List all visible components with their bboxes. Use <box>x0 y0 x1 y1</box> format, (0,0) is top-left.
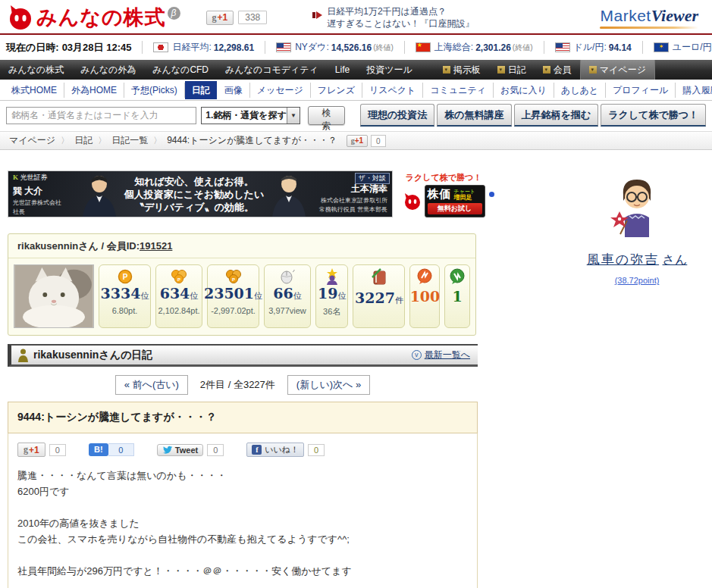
tweet-button[interactable]: Tweet <box>157 444 203 456</box>
market-quote[interactable]: 日経平均: 12,298.61 <box>142 41 254 54</box>
diary-section-header: rikakusenninさんの日記 v 最新一覧へ <box>8 344 478 367</box>
rank-card-trackbacks[interactable]: 1 <box>444 264 470 328</box>
market-quote[interactable]: ドル/円: 94.14 <box>544 41 632 54</box>
rank-sub: 2,102.84pt. <box>158 306 199 315</box>
user-avatar[interactable] <box>610 177 664 237</box>
sub-nav-item[interactable]: 予想(Picks) <box>124 83 185 98</box>
rank-value: 66 <box>273 285 293 302</box>
rank-unit: 位 <box>140 291 149 301</box>
sub-nav-item[interactable]: コミュニティ <box>423 83 494 98</box>
sub-nav-item[interactable]: リスペクト <box>362 83 423 98</box>
main-nav-item[interactable]: みんなのコモディティ <box>217 60 327 80</box>
beta-badge: β <box>168 7 180 20</box>
main-nav-item[interactable]: 投資ツール <box>358 60 421 80</box>
prev-entry-button[interactable]: « 前へ(古い) <box>115 375 188 395</box>
person-star-icon <box>325 268 340 285</box>
promo-button[interactable]: 理想の投資法 <box>360 104 434 127</box>
flag-eu-icon <box>654 42 669 52</box>
sub-nav-item[interactable]: あしあと <box>554 83 606 98</box>
promo-button[interactable]: ラクして株で勝つ！ <box>601 104 706 127</box>
news-arrow-icon <box>316 11 322 19</box>
breadcrumb-item[interactable]: マイページ <box>9 134 55 147</box>
breadcrumb-separator: 〉 <box>98 135 106 146</box>
breadcrumb-separator: 〉 <box>153 135 162 146</box>
rank-card-comments[interactable]: 100 <box>409 264 440 328</box>
post-plusone-button[interactable]: g+1 <box>17 443 45 457</box>
side-ad[interactable]: ラクして株で勝つ！ 株価 チャート 増田足 <box>399 170 488 217</box>
post-body-line: 2010年の高値を抜きました <box>17 515 468 531</box>
rank-card-points[interactable]: P 634位 2,102.84pt. <box>155 264 202 328</box>
breadcrumb-item[interactable]: 日記一覧 <box>111 134 148 147</box>
post-body-line: 社員年間給与が296万円ですと！・・・・＠＠・・・・・安く働かせてます <box>17 563 468 579</box>
quote-note: (終値) <box>373 42 394 53</box>
diary-pagination: « 前へ(古い) 2件目 / 全3227件 (新しい)次へ » <box>8 375 478 395</box>
member-owner-label: rikakusenninさん / 会員ID: <box>17 240 140 252</box>
free-trial-button[interactable]: 無料お試し <box>428 203 482 214</box>
breadcrumb-item[interactable]: 日記 <box>74 134 93 147</box>
market-quote[interactable]: ユーロ/円: 120.29 <box>642 41 712 54</box>
sub-nav-item[interactable]: メッセージ <box>250 83 311 98</box>
facebook-like-button[interactable]: f いいね！ <box>246 443 304 457</box>
main-nav-item-kaiin[interactable]: 会員 <box>535 60 580 80</box>
circle-v-icon: v <box>412 350 422 360</box>
search-bar: 1.銘柄・通貨を探す ▼ 検 索 理想の投資法 株の無料講座 上昇銘柄を掴む ラ… <box>0 101 712 130</box>
main-nav-item[interactable]: みんなの外為 <box>72 60 144 80</box>
ad-left-person-title: 社長 <box>13 208 78 216</box>
quote-value: 12,298.61 <box>214 42 254 53</box>
rank-value: 3227 <box>355 289 395 306</box>
search-type-select[interactable]: 1.銘柄・通貨を探す ▼ <box>201 107 300 124</box>
plusone-label: +1 <box>355 136 363 145</box>
site-header: みんなの株式 β g+1 338 日経平均1万2千円は通過点？ 遅すぎることはな… <box>0 0 712 35</box>
marketviewer-logo[interactable]: MarketViewer <box>600 6 704 29</box>
market-quote[interactable]: 上海総合: 2,301.26 (終値) <box>404 41 533 54</box>
member-avatar-photo[interactable] <box>14 264 94 328</box>
promo-button[interactable]: 上昇銘柄を掴む <box>514 104 599 127</box>
hatena-bookmark-button[interactable]: B! <box>89 443 108 456</box>
search-type-value: 1.銘柄・通貨を探す <box>202 109 287 122</box>
member-id-link[interactable]: 191521 <box>140 240 172 252</box>
profile-owner-suffix-link[interactable]: さん <box>663 252 688 268</box>
market-quote[interactable]: NYダウ: 14,526.16 (終値) <box>265 41 394 54</box>
rank-value: 3334 <box>101 285 141 302</box>
sub-nav-item[interactable]: お気に入り <box>494 83 554 98</box>
sub-nav-item[interactable]: フレンズ <box>311 83 362 98</box>
rank-card-views[interactable]: 66位 3,977view <box>264 264 311 328</box>
main-nav-item[interactable]: Life <box>327 60 358 80</box>
main-nav-item[interactable]: みんなの株式 <box>0 60 72 80</box>
rank-card-respect[interactable]: 19位 36名 <box>315 264 348 328</box>
content-area: 風車の弥吉 さん (38.72point) K 光世証券 巽 大介 光世証券株式… <box>0 170 712 588</box>
plusone-button[interactable]: g+1 <box>206 11 234 25</box>
rank-card-diaries[interactable]: 3227件 <box>353 264 405 328</box>
main-nav-item-keijiban[interactable]: 掲示板 <box>434 60 489 80</box>
sub-nav-item[interactable]: 画像 <box>218 83 250 98</box>
next-entry-button[interactable]: (新しい)次へ » <box>287 375 370 395</box>
sub-nav-item[interactable]: 購入履歴 <box>676 83 712 98</box>
sub-nav-item[interactable]: 株式HOME <box>5 83 64 98</box>
post-title: 9444:トーシンが騰進してますが・・・？ <box>8 402 478 433</box>
site-logo[interactable]: みんなの株式 β <box>6 4 180 31</box>
promo-button[interactable]: 株の無料講座 <box>437 104 511 127</box>
ad-banner[interactable]: K 光世証券 巽 大介 光世証券株式会社 社長 知れば安心、使えばお得。 個人投… <box>8 170 393 217</box>
breadcrumb-plusone-button[interactable]: g+1 <box>347 135 368 147</box>
rank-card-points-2[interactable]: P 23501位 -2,997.02pt. <box>207 264 259 328</box>
market-data-bar: 現在の日時:03月28日 12:45 日経平均: 12,298.61 NYダウ:… <box>0 35 712 60</box>
coin-icon: P <box>118 268 133 285</box>
latest-list-link[interactable]: v 最新一覧へ <box>412 349 470 361</box>
profile-points-link[interactable]: (38.72point) <box>580 276 694 285</box>
main-nav-label: マイページ <box>600 60 646 80</box>
main-nav-item[interactable]: みんなのCFD <box>144 60 217 80</box>
sub-nav-item-diary[interactable]: 日記 <box>185 81 217 99</box>
main-nav-item-nikki[interactable]: 日記 <box>489 60 535 80</box>
coins-icon: P <box>224 268 243 285</box>
tweet-widget: Tweet 0 <box>157 444 224 456</box>
plusone-count: 338 <box>238 11 267 24</box>
sub-nav-item[interactable]: プロフィール <box>606 83 676 98</box>
main-nav-item-mypage[interactable]: マイページ <box>580 60 655 80</box>
rank-card-picks[interactable]: P 3334位 6.80pt. <box>99 264 151 328</box>
news-ticker[interactable]: 日経平均1万2千円は通過点？ 遅すぎることはない！『口座開設』 <box>312 5 474 30</box>
sub-nav-item[interactable]: 外為HOME <box>64 83 124 98</box>
stock-search-input[interactable] <box>6 107 196 124</box>
rank-unit: 位 <box>293 291 302 301</box>
profile-owner-link[interactable]: 風車の弥吉 <box>587 251 659 268</box>
search-button[interactable]: 検 索 <box>308 106 345 125</box>
